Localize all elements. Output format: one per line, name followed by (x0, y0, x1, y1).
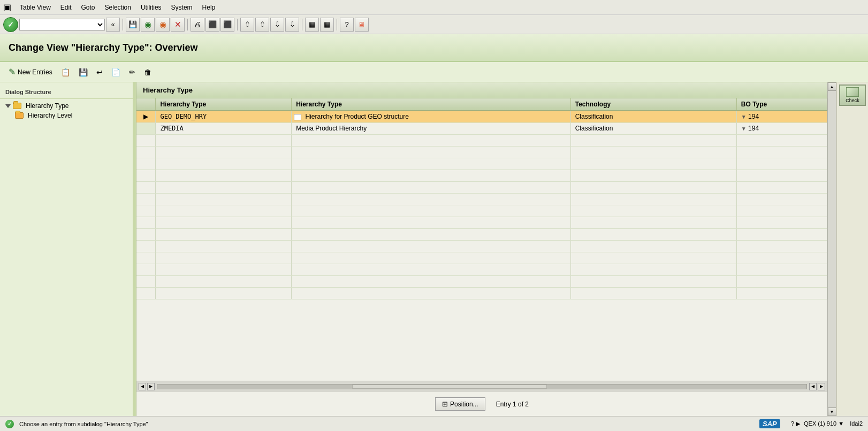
row-selector-1: ▶ (136, 111, 156, 122)
check-panel: Check (836, 82, 868, 416)
cell-bo-type-text-2: 194 (748, 125, 759, 132)
col-header-hierarchy-type: Hierarchy Type (156, 98, 292, 111)
scroll-right-button[interactable]: ▶ (147, 383, 155, 390)
check-label: Check (846, 98, 859, 103)
sidebar-label-hierarchy-level: Hierarchy Level (28, 112, 72, 119)
title-bar: Change View "Hierarchy Type": Overview (0, 34, 868, 62)
copy-icon: 📋 (61, 68, 70, 76)
cell-hierarchy-type-desc-2: Media Product Hierarchy (292, 122, 571, 134)
col-header-technology: Technology (570, 98, 736, 111)
toolbar: ✓ « 💾 ◉ ◉ ✕ 🖨 ⬛ ⬛ ⇧ ⇧ ⇩ ⇩ ▦ ▦ ? 🖥 (0, 15, 868, 34)
sidebar-item-hierarchy-type[interactable]: Hierarchy Type (0, 101, 133, 111)
row-selector-2 (136, 122, 156, 134)
position-button[interactable]: ⊞ Position... (435, 397, 485, 411)
check-button[interactable]: Check (839, 84, 866, 106)
copy-icon-row1 (294, 114, 301, 120)
table-row-empty (136, 228, 827, 240)
cell-hierarchy-type-2: ZMEDIA (156, 122, 292, 134)
monitor-button[interactable]: 🖥 (355, 18, 369, 32)
scroll-down-button[interactable]: ▼ (828, 407, 836, 416)
menu-help[interactable]: Help (198, 3, 220, 12)
table-row-empty (136, 146, 827, 158)
sidebar-item-hierarchy-level[interactable]: Hierarchy Level (0, 111, 133, 120)
table-row[interactable]: ZMEDIA Media Product Hierarchy Classific… (136, 122, 827, 134)
position-label: Position... (450, 401, 478, 408)
sep4 (302, 19, 302, 30)
nav-icon[interactable]: ▶ (796, 420, 800, 427)
table-row-empty (136, 252, 827, 264)
table-row-empty (136, 264, 827, 275)
menu-goto[interactable]: Goto (77, 3, 100, 12)
upload2-button[interactable]: ⇧ (255, 18, 269, 32)
help-icon[interactable]: ? (791, 420, 794, 427)
menu-utilities[interactable]: Utilities (136, 3, 166, 12)
table-row-empty (136, 287, 827, 299)
download2-button[interactable]: ⇩ (285, 18, 299, 32)
nav-btn2[interactable]: ⬛ (220, 18, 234, 32)
h-scrollbar-track[interactable] (157, 384, 807, 389)
find-button[interactable]: ◉ (141, 18, 155, 32)
table-scroll-wrapper[interactable]: Hierarchy Type Hierarchy Type Technology… (136, 98, 827, 381)
save-action-button[interactable]: 💾 (75, 67, 91, 78)
print-button[interactable]: 🖨 (191, 18, 204, 32)
section-title: Hierarchy Type (143, 86, 193, 94)
menu-selection[interactable]: Selection (101, 3, 135, 12)
new-entries-button[interactable]: ✎ New Entries (5, 66, 56, 78)
section-header: Hierarchy Type (136, 82, 827, 98)
scroll-left-button[interactable]: ◀ (139, 383, 146, 390)
delete-icon: 🗑 (144, 68, 151, 76)
dropdown-icon[interactable]: ▼ (838, 420, 844, 427)
copy-button[interactable]: 📋 (58, 67, 73, 78)
right-panel: Hierarchy Type Hierarchy Type Hierarchy … (136, 82, 827, 416)
display-icon: 📄 (111, 68, 120, 76)
menu-table-view[interactable]: Table View (16, 3, 55, 12)
change-icon: ✏ (129, 68, 135, 76)
scroll-far-right[interactable]: ▶ (818, 383, 825, 390)
row-selector-header (136, 98, 156, 111)
table-row-empty (136, 275, 827, 287)
find-next-button[interactable]: ◉ (156, 18, 170, 32)
cell-bo-type-2: ▼ 194 (736, 122, 827, 134)
menu-system[interactable]: System (167, 3, 197, 12)
nav-btn1[interactable]: ⬛ (205, 18, 219, 32)
delete-button[interactable]: 🗑 (141, 67, 155, 78)
download-button[interactable]: ⇩ (270, 18, 284, 32)
table-row-empty (136, 134, 827, 146)
cell-technology-2: Classification (570, 122, 736, 134)
grid-btn1[interactable]: ▦ (305, 18, 319, 32)
cell-bo-type-1: ▼ 194 (736, 111, 827, 122)
grid-btn2[interactable]: ▦ (320, 18, 334, 32)
sidebar: Dialog Structure Hierarchy Type Hierarch… (0, 82, 134, 416)
undo-button[interactable]: ↩ (93, 67, 106, 78)
table-row-empty (136, 205, 827, 217)
table-row-empty (136, 181, 827, 193)
table-row-empty (136, 158, 827, 170)
cancel-button[interactable]: ✕ (171, 18, 185, 32)
save-button[interactable]: 💾 (126, 18, 140, 32)
status-bar: ✓ Choose an entry from subdialog "Hierar… (0, 416, 868, 431)
sep3 (237, 19, 238, 30)
ok-button[interactable]: ✓ (3, 17, 18, 32)
cell-hierarchy-type-1: GEO_DEMO_HRY (156, 111, 292, 122)
command-input[interactable] (19, 19, 105, 30)
table-row[interactable]: ▶ GEO_DEMO_HRY Hierarchy for Product GEO… (136, 111, 827, 122)
system-info: ? ▶ QEX (1) 910 ▼ Idai2 (791, 420, 863, 427)
dropdown-arrow-2: ▼ (741, 126, 747, 132)
help-button[interactable]: ? (340, 18, 354, 32)
entry-info: Entry 1 of 2 (496, 401, 529, 408)
system-id: QEX (1) 910 (804, 420, 836, 427)
undo-icon: ↩ (96, 68, 103, 76)
change-button[interactable]: ✏ (126, 67, 139, 78)
h-scrollbar-thumb[interactable] (352, 384, 547, 389)
scroll-far-left[interactable]: ◀ (809, 383, 817, 390)
data-table: Hierarchy Type Hierarchy Type Technology… (136, 98, 827, 299)
menu-edit[interactable]: Edit (56, 3, 76, 12)
back-button[interactable]: « (106, 18, 120, 32)
sap-logo: SAP (759, 419, 780, 428)
col-header-hierarchy-type-desc: Hierarchy Type (292, 98, 571, 111)
scroll-up-button[interactable]: ▲ (828, 82, 836, 91)
save-action-icon: 💾 (79, 68, 88, 76)
display-button[interactable]: 📄 (108, 67, 124, 78)
upload-button[interactable]: ⇧ (240, 18, 254, 32)
action-toolbar: ✎ New Entries 📋 💾 ↩ 📄 ✏ 🗑 (0, 62, 868, 82)
